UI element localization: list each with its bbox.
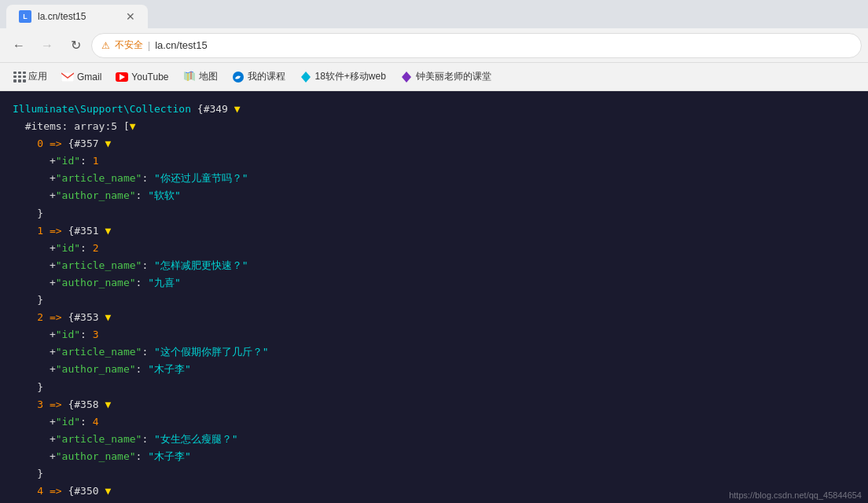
item-0-article-name: +"article_name": "你还过儿童节吗？" <box>13 170 855 187</box>
bookmark-maps[interactable]: 地图 <box>177 67 224 86</box>
item-1-author-name: +"author_name": "九喜" <box>13 274 855 292</box>
bookmark-course[interactable]: 我的课程 <box>226 67 292 86</box>
security-icon: ⚠ <box>101 40 110 51</box>
bookmark-gmail[interactable]: Gmail <box>55 68 108 86</box>
tab-bar: L la.cn/test15 ✕ <box>0 0 868 28</box>
watermark: https://blog.csdn.net/qq_45844654 <box>729 490 862 500</box>
svg-marker-4 <box>301 72 311 83</box>
content-area: Illuminate\Support\Collection {#349 ▼ #i… <box>0 91 868 503</box>
browser-chrome: L la.cn/test15 ✕ ← → ↻ ⚠ 不安全 | la.cn/tes… <box>0 0 868 91</box>
bookmark-youtube[interactable]: YouTube <box>109 68 175 86</box>
security-label: 不安全 <box>115 39 143 52</box>
item-0-id: +"id": 1 <box>13 152 855 170</box>
url-separator: | <box>148 40 150 51</box>
item-3-id: +"id": 4 <box>13 413 855 431</box>
gmail-icon <box>61 71 74 83</box>
tab-favicon: L <box>19 10 31 23</box>
diamond2-icon <box>400 71 413 83</box>
item-3-close: } <box>13 465 855 483</box>
bookmark-mobile-web-label: 18软件+移动web <box>315 70 386 83</box>
active-tab[interactable]: L la.cn/test15 ✕ <box>6 5 148 28</box>
items-header-line: #items: array: 5 [ ▼ <box>13 118 855 135</box>
forward-button[interactable]: → <box>35 33 60 58</box>
item-2-close: } <box>13 379 855 396</box>
item-0-close: } <box>13 205 855 222</box>
maps-icon <box>183 71 196 83</box>
address-bar[interactable]: ⚠ 不安全 | la.cn/test15 <box>91 33 862 58</box>
item-1-close: } <box>13 292 855 309</box>
item-0-header: 0 => {#357 ▼ <box>13 135 855 152</box>
bookmark-youtube-label: YouTube <box>131 72 168 83</box>
item-1-article-name: +"article_name": "怎样减肥更快速？" <box>13 257 855 274</box>
edge-icon <box>232 71 245 83</box>
bookmark-teacher-label: 钟美丽老师的课堂 <box>416 70 491 83</box>
item-3-article-name: +"article_name": "女生怎么瘦腿？" <box>13 431 855 448</box>
item-3-header: 3 => {#358 ▼ <box>13 396 855 413</box>
svg-rect-0 <box>61 72 74 82</box>
bookmarks-bar: 应用 Gmail YouTube <box>0 63 868 91</box>
collection-header-line: Illuminate\Support\Collection {#349 ▼ <box>13 101 855 118</box>
url-text: la.cn/test15 <box>155 39 851 51</box>
back-button[interactable]: ← <box>6 33 31 58</box>
item-1-header: 1 => {#351 ▼ <box>13 222 855 240</box>
item-2-id: +"id": 3 <box>13 326 855 343</box>
tab-close-button[interactable]: ✕ <box>126 10 135 23</box>
bookmark-maps-label: 地图 <box>199 70 218 83</box>
item-4-id: +"id": 5 <box>13 500 855 503</box>
grid-icon <box>13 71 25 83</box>
svg-marker-2 <box>184 72 195 81</box>
nav-bar: ← → ↻ ⚠ 不安全 | la.cn/test15 <box>0 28 868 63</box>
bookmark-course-label: 我的课程 <box>248 70 285 83</box>
item-2-header: 2 => {#353 ▼ <box>13 309 855 326</box>
youtube-icon <box>116 71 128 83</box>
bookmark-mobile-web[interactable]: 18软件+移动web <box>293 67 392 86</box>
reload-button[interactable]: ↻ <box>63 33 88 58</box>
bookmark-apps[interactable]: 应用 <box>6 67 53 86</box>
tab-title: la.cn/test15 <box>38 11 120 22</box>
bookmark-teacher-class[interactable]: 钟美丽老师的课堂 <box>394 67 498 86</box>
bookmark-gmail-label: Gmail <box>77 72 101 83</box>
item-0-author-name: +"author_name": "软软" <box>13 187 855 204</box>
item-3-author-name: +"author_name": "木子李" <box>13 448 855 465</box>
item-2-article-name: +"article_name": "这个假期你胖了几斤？" <box>13 343 855 361</box>
bookmark-apps-label: 应用 <box>28 70 47 83</box>
diamond-icon <box>300 71 312 83</box>
item-2-author-name: +"author_name": "木子李" <box>13 361 855 378</box>
svg-marker-5 <box>402 72 411 83</box>
item-1-id: +"id": 2 <box>13 240 855 257</box>
